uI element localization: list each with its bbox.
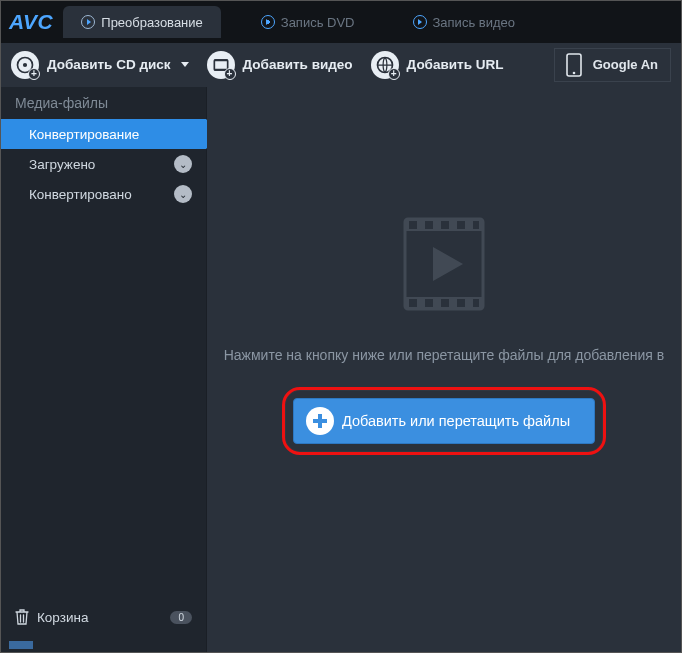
drop-hint-text: Нажмите на кнопку ниже или перетащите фа… bbox=[216, 347, 673, 363]
disc-icon bbox=[261, 15, 275, 29]
device-label: Google An bbox=[593, 57, 658, 72]
add-files-button[interactable]: Добавить или перетащить файлы bbox=[293, 398, 595, 444]
plus-icon bbox=[306, 407, 334, 435]
svg-rect-14 bbox=[457, 221, 465, 229]
svg-rect-13 bbox=[441, 221, 449, 229]
tab-label: Преобразование bbox=[101, 15, 203, 30]
sidebar: Медиа-файлы Конвертирование Загружено ⌄ … bbox=[1, 87, 207, 653]
svg-rect-20 bbox=[473, 299, 479, 307]
device-selector[interactable]: Google An bbox=[554, 48, 671, 82]
trash-button[interactable]: Корзина 0 bbox=[1, 597, 206, 637]
svg-rect-12 bbox=[425, 221, 433, 229]
sidebar-item-label: Конвертировано bbox=[29, 187, 132, 202]
add-button-label: Добавить или перетащить файлы bbox=[342, 413, 570, 429]
trash-icon bbox=[15, 609, 29, 625]
video-icon: + bbox=[207, 51, 235, 79]
sidebar-item-converted[interactable]: Конвертировано ⌄ bbox=[1, 179, 206, 209]
content-area[interactable]: Нажмите на кнопку ниже или перетащите фа… bbox=[207, 87, 681, 653]
sidebar-item-loaded[interactable]: Загружено ⌄ bbox=[1, 149, 206, 179]
globe-icon: + bbox=[371, 51, 399, 79]
tab-bar: AVC Преобразование Запись DVD Запись вид… bbox=[1, 1, 681, 43]
svg-rect-2 bbox=[214, 60, 227, 70]
trash-count: 0 bbox=[170, 611, 192, 624]
svg-point-1 bbox=[23, 62, 27, 66]
svg-point-7 bbox=[572, 71, 575, 74]
svg-rect-18 bbox=[441, 299, 449, 307]
sidebar-header: Медиа-файлы bbox=[1, 87, 206, 119]
tab-label: Запись видео bbox=[433, 15, 515, 30]
tab-burn-dvd[interactable]: Запись DVD bbox=[243, 6, 373, 38]
film-placeholder-icon bbox=[399, 217, 489, 311]
sidebar-item-label: Загружено bbox=[29, 157, 95, 172]
svg-rect-16 bbox=[409, 299, 417, 307]
add-url-button[interactable]: + Добавить URL bbox=[371, 51, 504, 79]
app-logo: AVC bbox=[9, 10, 53, 34]
add-button-highlight: Добавить или перетащить файлы bbox=[282, 387, 606, 455]
button-label: Добавить CD диск bbox=[47, 57, 171, 72]
phone-icon bbox=[565, 53, 583, 77]
footer-accent bbox=[9, 641, 33, 649]
button-label: Добавить видео bbox=[243, 57, 353, 72]
convert-icon bbox=[81, 15, 95, 29]
toolbar: + Добавить CD диск + Добавить видео + До… bbox=[1, 43, 681, 87]
add-cd-button[interactable]: + Добавить CD диск bbox=[11, 51, 189, 79]
add-video-button[interactable]: + Добавить видео bbox=[207, 51, 353, 79]
chevron-down-icon bbox=[181, 62, 189, 67]
sidebar-item-label: Конвертирование bbox=[29, 127, 139, 142]
svg-rect-15 bbox=[473, 221, 479, 229]
svg-rect-17 bbox=[425, 299, 433, 307]
tab-label: Запись DVD bbox=[281, 15, 355, 30]
trash-label: Корзина bbox=[37, 610, 88, 625]
chevron-collapse-icon: ⌄ bbox=[174, 155, 192, 173]
svg-rect-19 bbox=[457, 299, 465, 307]
svg-marker-21 bbox=[433, 247, 463, 281]
sidebar-item-converting[interactable]: Конвертирование bbox=[1, 119, 206, 149]
record-icon bbox=[413, 15, 427, 29]
chevron-collapse-icon: ⌄ bbox=[174, 185, 192, 203]
button-label: Добавить URL bbox=[407, 57, 504, 72]
tab-convert[interactable]: Преобразование bbox=[63, 6, 221, 38]
tab-record-video[interactable]: Запись видео bbox=[395, 6, 533, 38]
cd-icon: + bbox=[11, 51, 39, 79]
svg-rect-11 bbox=[409, 221, 417, 229]
svg-rect-3 bbox=[214, 59, 227, 61]
